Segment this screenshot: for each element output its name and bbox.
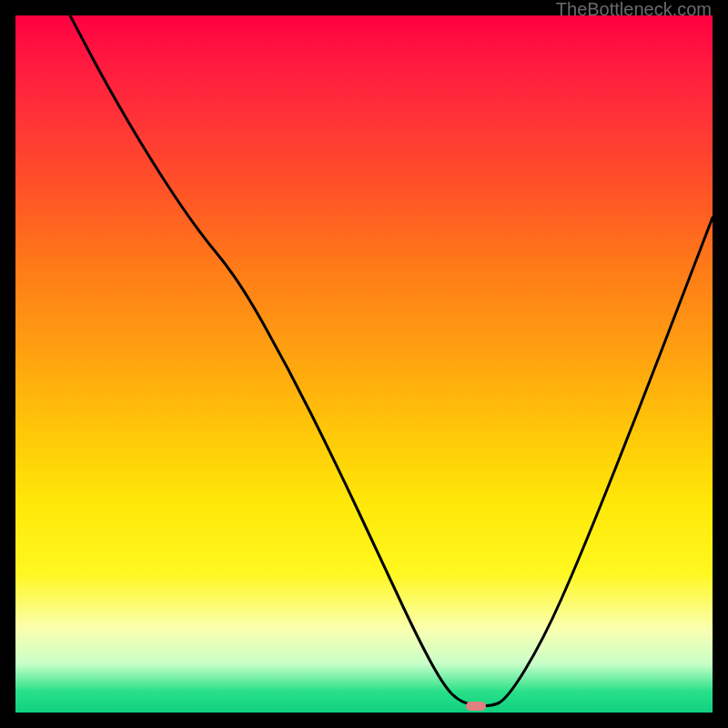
bottleneck-curve-path xyxy=(70,15,713,706)
optimal-marker xyxy=(466,702,486,711)
plot-area xyxy=(15,15,713,713)
bottleneck-curve xyxy=(15,15,713,713)
watermark-text: TheBottleneck.com xyxy=(556,0,712,18)
chart-stage: TheBottleneck.com xyxy=(0,0,728,728)
